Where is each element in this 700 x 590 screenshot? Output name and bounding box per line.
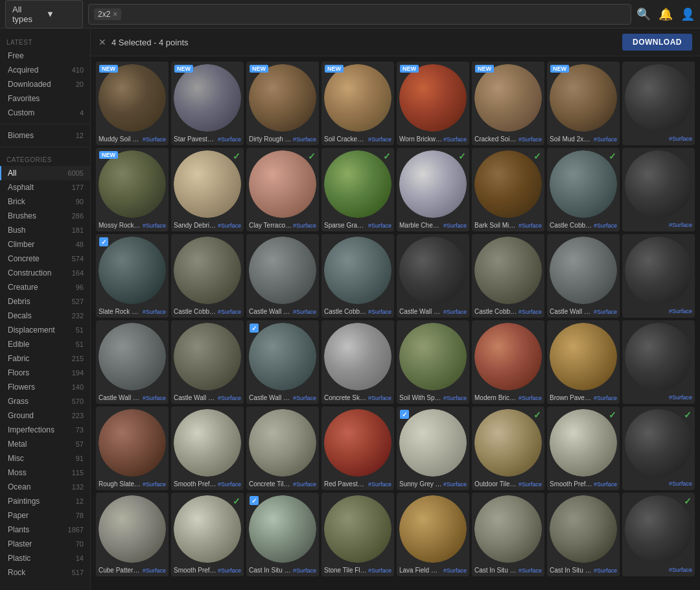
sidebar-item-debris[interactable]: Debris527 xyxy=(0,294,90,309)
notification-icon[interactable]: 🔔 xyxy=(659,7,673,21)
grid-item[interactable]: Brown Paveston... #Surface xyxy=(547,320,620,404)
grid-item[interactable]: Slate Rock 2x2 M #Surface xyxy=(96,234,169,318)
sidebar-item-ground[interactable]: Ground223 xyxy=(0,408,90,423)
sidebar-item-moss[interactable]: Moss115 xyxy=(0,466,90,480)
grid-item[interactable]: Cast In Situ Con... #Surface xyxy=(246,493,319,576)
grid-item[interactable]: Castle Wall 2x2 M #Surface xyxy=(96,320,169,404)
grid-item[interactable]: ✓ #Surface xyxy=(622,493,695,576)
grid-item[interactable]: ✓ Smooth Prefab C... #Surface xyxy=(547,407,620,490)
sidebar-item-decals[interactable]: Decals232 xyxy=(0,309,90,323)
grid-item[interactable]: Castle Cobblesto... #Surface xyxy=(171,234,244,318)
grid-item[interactable]: NEW Dirty Rough Con... #Surface xyxy=(246,62,319,145)
grid-item[interactable]: Castle Wall 2x2 M #Surface xyxy=(171,320,244,404)
grid-item[interactable]: Cube Pattern Flo... #Surface xyxy=(96,493,169,576)
grid-item[interactable]: ✓ Castle Cobblesto... #Surface xyxy=(547,148,620,231)
grid-item[interactable]: ✓ Bark Soil Mix 2x2... #Surface xyxy=(472,148,544,231)
grid-item[interactable]: #Surface xyxy=(622,62,695,145)
grid-item[interactable]: ✓ Marble Checkere... #Surface xyxy=(397,148,469,231)
search-icon[interactable]: 🔍 xyxy=(636,7,651,21)
sidebar-item-brick[interactable]: Brick90 xyxy=(0,195,90,209)
grid-item[interactable]: Smooth Prefab C... #Surface xyxy=(171,407,244,490)
sidebar-item-plants[interactable]: Plants1867 xyxy=(0,523,90,537)
sidebar-item-concrete[interactable]: Concrete574 xyxy=(0,252,90,266)
sidebar-item-downloaded[interactable]: Downloaded 20 xyxy=(0,77,90,91)
grid-item[interactable]: Rough Slate Tile... #Surface xyxy=(96,407,169,490)
grid-item[interactable]: ✓ Sparse Grassy S... #Surface xyxy=(321,148,394,231)
sidebar-item-plastic[interactable]: Plastic14 xyxy=(0,551,90,565)
grid-item[interactable]: NEW Worn Brickwall 2... #Surface xyxy=(397,62,469,145)
download-button[interactable]: DOWNLOAD xyxy=(622,34,692,51)
sidebar-item-count: 140 xyxy=(72,383,84,391)
grid-item[interactable]: NEW Soil Cracked 2x2... #Surface xyxy=(321,62,394,145)
sidebar-item-acquired[interactable]: Acquired 410 xyxy=(0,63,90,77)
sidebar-item-climber[interactable]: Climber48 xyxy=(0,237,90,252)
grid-item[interactable]: ✓ Clay Terracotta T... #Surface xyxy=(246,148,319,231)
checkbox-badge[interactable] xyxy=(400,410,409,419)
sidebar-item-all[interactable]: All6005 xyxy=(0,166,90,180)
grid-item[interactable]: NEW Mossy Rock 2x2 M #Surface xyxy=(96,148,169,231)
grid-item[interactable]: ✓ Outdoor Tiled Fl... #Surface xyxy=(472,407,544,490)
search-input[interactable] xyxy=(125,9,625,19)
sidebar-item-rock[interactable]: Rock517 xyxy=(0,565,90,580)
sidebar-item-plaster[interactable]: Plaster70 xyxy=(0,537,90,551)
sidebar-item-ocean[interactable]: Ocean132 xyxy=(0,480,90,494)
grid-item[interactable]: Concrete Tile 2x... #Surface xyxy=(246,407,319,490)
sidebar-item-fabric[interactable]: Fabric215 xyxy=(0,351,90,366)
sidebar-item-favorites[interactable]: Favorites xyxy=(0,91,90,106)
grid-item[interactable]: Castle Wall 2x2 M #Surface xyxy=(246,234,319,318)
sidebar-item-asphalt[interactable]: Asphalt177 xyxy=(0,180,90,195)
sidebar-item-paintings[interactable]: Paintings12 xyxy=(0,494,90,508)
grid-item[interactable]: Modern Brickwa... #Surface xyxy=(472,320,544,404)
grid-item[interactable]: ✓ #Surface xyxy=(622,407,695,490)
grid-item[interactable]: Stone Tile Floor ... #Surface xyxy=(321,493,394,576)
grid-item[interactable]: ✓ Smooth Prefab C... #Surface xyxy=(171,493,244,576)
user-icon[interactable]: 👤 xyxy=(681,7,695,21)
grid-item[interactable]: Castle Wall 2x2 M #Surface xyxy=(246,320,319,404)
sidebar-item-free[interactable]: Free xyxy=(0,49,90,63)
sidebar-item-brushes[interactable]: Brushes286 xyxy=(0,209,90,223)
grid-item[interactable]: #Surface xyxy=(622,148,695,231)
grid-item[interactable]: #Surface xyxy=(622,234,695,318)
sidebar-item-creature[interactable]: Creature96 xyxy=(0,280,90,294)
grid-item[interactable]: #Surface xyxy=(622,320,695,404)
sidebar-item-flowers[interactable]: Flowers140 xyxy=(0,380,90,394)
grid-item-label: Worn Brickwall 2... #Surface xyxy=(397,134,469,145)
sidebar-item-metal[interactable]: Metal57 xyxy=(0,437,90,451)
sidebar-item-misc[interactable]: Misc91 xyxy=(0,451,90,466)
checkbox-badge[interactable] xyxy=(250,324,259,333)
grid-item[interactable]: Red Pavestone 2... #Surface xyxy=(321,407,394,490)
grid-item[interactable]: NEW Cracked Soil 2x2... #Surface xyxy=(472,62,544,145)
clear-icon[interactable]: ✕ xyxy=(99,37,106,47)
checkbox-badge[interactable] xyxy=(250,496,259,505)
grid-item[interactable]: NEW Muddy Soil Spar... #Surface xyxy=(96,62,169,145)
grid-item[interactable]: Castle Cobblsto... #Surface xyxy=(472,234,544,318)
grid-item[interactable]: Sunny Grey Mar... #Surface xyxy=(397,407,469,490)
sidebar-item-grass[interactable]: Grass570 xyxy=(0,394,90,408)
search-tag[interactable]: 2x2 × xyxy=(94,8,121,20)
grid-item[interactable]: Cast In Situ Con... #Surface xyxy=(472,493,544,576)
grid-item[interactable]: NEW Soil Mud 2x2 M #Surface xyxy=(547,62,620,145)
sidebar-item-floors[interactable]: Floors194 xyxy=(0,366,90,380)
grid-item-label: Castle Cobblesto... #Surface xyxy=(171,307,244,318)
sidebar-item-biomes[interactable]: Biomes 12 xyxy=(0,128,90,143)
sidebar-item-paper[interactable]: Paper78 xyxy=(0,508,90,523)
sidebar-item-construction[interactable]: Construction164 xyxy=(0,266,90,280)
sidebar-item-bush[interactable]: Bush181 xyxy=(0,223,90,237)
grid-item[interactable]: Castle Wall 2x2 M #Surface xyxy=(397,234,469,318)
grid-item[interactable]: Cast In Situ Rou... #Surface xyxy=(547,493,620,576)
sidebar-item-imperfections[interactable]: Imperfections73 xyxy=(0,423,90,437)
sidebar-item-custom[interactable]: Custom 4 xyxy=(0,106,90,120)
grid-item[interactable]: Soil With Sparse... #Surface xyxy=(397,320,469,404)
check-badge: ✓ xyxy=(533,410,541,420)
checkbox-badge[interactable] xyxy=(99,237,108,246)
type-dropdown[interactable]: All types ▼ xyxy=(5,0,83,29)
grid-item[interactable]: Castle Wall 2x2 M #Surface xyxy=(547,234,620,318)
grid-item[interactable]: Concrete Skirtin... #Surface xyxy=(321,320,394,404)
sidebar-item-edible[interactable]: Edible51 xyxy=(0,337,90,351)
grid-item[interactable]: Castle Cobblsto... #Surface xyxy=(321,234,394,318)
sidebar-item-displacement[interactable]: Displacement51 xyxy=(0,323,90,337)
grid-item[interactable]: NEW Star Pavestone 2... #Surface xyxy=(171,62,244,145)
grid-item[interactable]: Lava Field Grave... #Surface xyxy=(397,493,469,576)
grid-item[interactable]: ✓ Sandy Debris 2x... #Surface xyxy=(171,148,244,231)
search-tag-close-icon[interactable]: × xyxy=(113,10,117,19)
